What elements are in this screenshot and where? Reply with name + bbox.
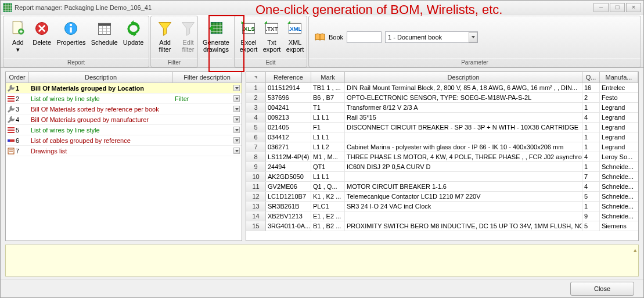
row-number[interactable]: 12	[246, 192, 266, 201]
row-number[interactable]: 1	[246, 83, 266, 92]
row-number[interactable]: 8	[246, 152, 266, 161]
schedule-icon	[95, 19, 114, 38]
cell-qty: 2	[582, 93, 600, 102]
grid-row[interactable]: 153RG4011-0A...B1 , B2 ...PROXIMITY SWIT…	[246, 221, 638, 231]
row-number[interactable]: 13	[246, 202, 266, 211]
cell-manufacturer: Schneide...	[600, 192, 638, 201]
grid-row[interactable]: 5021405F1DISCONNECT CIRCUIT BREAKER - SP…	[246, 123, 638, 132]
report-manager-window: Report manager: Packaging Line Demo_106_…	[0, 0, 644, 298]
row-number[interactable]: 2	[246, 93, 266, 102]
close-window-button[interactable]: ×	[626, 3, 641, 12]
properties-button[interactable]: Properties	[54, 17, 88, 57]
ribbon-group-edit: .XLS Excel export .TXT Txt export .XML X…	[234, 16, 307, 67]
book-combo[interactable]	[385, 31, 478, 43]
cell-manufacturer: Schneide...	[600, 162, 638, 171]
cell-manufacturer: Legrand	[600, 142, 638, 152]
grid-row[interactable]: 13SR3B261BPLC1SR3 24 I-O 24 VAC incl Clo…	[246, 202, 638, 211]
col-desc[interactable]: Description	[345, 72, 582, 82]
row-number[interactable]: 10	[246, 172, 266, 181]
grid-row[interactable]: 11GV2ME06Q1 , Q...MOTOR CIRCUIT BREAKER …	[246, 182, 638, 192]
txt-export-button[interactable]: .TXT Txt export	[260, 17, 283, 57]
row-number[interactable]: 7	[246, 142, 266, 152]
xml-export-button[interactable]: .XML XML export	[283, 17, 307, 57]
row-number[interactable]: 3	[246, 103, 266, 112]
grid-row[interactable]: 2537696B6 , B7OPTO-ELECTRONIC SENSOR, TY…	[246, 93, 638, 103]
grid-row[interactable]: 7036271L1 L2Cabinet Marina - polyester w…	[246, 142, 638, 152]
edit-filter-button[interactable]: Edit filter	[177, 17, 200, 57]
report-row-desc: List of wires by line style	[29, 95, 173, 102]
filter-dropdown-arrow[interactable]	[233, 116, 240, 123]
col-qty[interactable]: Q...	[582, 72, 600, 82]
schedule-button[interactable]: Schedule	[88, 17, 120, 57]
grid-row[interactable]: 8LS112M-4P(4)M1 , M...THREE PHASE LS MOT…	[246, 152, 638, 162]
app-icon	[3, 3, 12, 12]
report-list-row[interactable]: 3Bill Of Materials sorted by reference p…	[6, 104, 242, 114]
svg-rect-5	[70, 27, 73, 33]
cell-mark: B6 , B7	[311, 93, 345, 102]
filter-dropdown-arrow[interactable]	[233, 137, 240, 143]
col-description[interactable]: Description	[29, 72, 173, 82]
report-row-filter: Filter	[175, 95, 189, 102]
grid-selectall-corner[interactable]	[246, 72, 266, 82]
row-number[interactable]: 6	[246, 132, 266, 142]
row-number[interactable]: 15	[246, 221, 266, 231]
grid-row[interactable]: 6034412L1 L11Legrand	[246, 132, 638, 142]
generate-drawings-button[interactable]: Generate drawings	[202, 17, 230, 57]
col-manufacturer[interactable]: Manufa...	[600, 72, 638, 82]
svg-point-6	[70, 24, 72, 26]
report-list-row[interactable]: 5List of wires by line style	[6, 125, 242, 135]
grid-row[interactable]: 3004241T1Transformer 8/12 V 2/3 A1Legran…	[246, 103, 638, 113]
report-list-row[interactable]: 2List of wires by line styleFilter	[6, 94, 242, 104]
grid-row[interactable]: 4009213L1 L1Rail 35*154Legrand	[246, 113, 638, 123]
col-order[interactable]: Order	[6, 72, 29, 82]
cell-qty: 1	[582, 123, 600, 132]
book-search-input[interactable]	[347, 31, 382, 43]
xml-icon: .XML	[286, 19, 304, 38]
report-list-row[interactable]: 6List of cables grouped by reference	[6, 135, 242, 146]
cell-reference: GV2ME06	[266, 182, 311, 191]
excel-export-button[interactable]: .XLS Excel export	[237, 17, 260, 57]
grid-row[interactable]: 924494QT1IC60N DISJ 2P 0,5A CURV D1Schne…	[246, 162, 638, 172]
cell-description: PROXIMITY SWITCH BERO M8 INDUCTIVE, DC 1…	[345, 221, 582, 231]
row-number[interactable]: 11	[246, 182, 266, 191]
grid-row[interactable]: 10AK2GD5050L1 L17Schneide...	[246, 172, 638, 182]
cell-description: THREE PHASE LS MOTOR, 4 KW, 4 POLE, THRE…	[345, 152, 582, 161]
filter-dropdown-arrow[interactable]	[233, 95, 240, 102]
filter-dropdown-arrow[interactable]	[233, 127, 240, 133]
col-reference[interactable]: Reference	[266, 72, 311, 82]
col-mark[interactable]: Mark	[311, 72, 345, 82]
grid-row[interactable]: 14XB2BV1213E1 , E2 ...9Schneide...	[246, 211, 638, 221]
maximize-button[interactable]: □	[610, 3, 625, 12]
cell-manufacturer: Festo	[600, 93, 638, 102]
delete-button[interactable]: Delete	[30, 17, 53, 57]
status-scroll-up-icon[interactable]: ▴	[634, 246, 637, 254]
cell-reference: XB2BV1213	[266, 211, 311, 221]
cell-description: DIN Rail Mount Terminal Block, 2, 800 V,…	[345, 83, 582, 92]
row-number[interactable]: 5	[246, 123, 266, 132]
cell-description: DISCONNECT CIRCUIT BREAKER - SP 38 - 3P …	[345, 123, 582, 132]
grid-row[interactable]: 1011512914TB1 1 , ...DIN Rail Mount Term…	[246, 83, 638, 93]
filter-dropdown-arrow[interactable]	[233, 106, 240, 112]
report-list-row[interactable]: 1Bill Of Materials grouped by Location	[6, 83, 242, 94]
cell-manufacturer: Legrand	[600, 113, 638, 122]
cell-mark: Q1 , Q...	[311, 182, 345, 191]
add-button[interactable]: Add▾	[6, 17, 30, 57]
update-button[interactable]: Update	[120, 17, 146, 57]
close-button[interactable]: Close	[570, 282, 634, 296]
group-label-parameter: Parameter	[309, 58, 641, 67]
cell-reference: 009213	[266, 113, 311, 122]
book-combo-arrow[interactable]	[469, 32, 477, 42]
minimize-button[interactable]: –	[593, 3, 609, 12]
report-list-row[interactable]: 4Bill Of Materials grouped by manufactur…	[6, 114, 242, 125]
row-number[interactable]: 9	[246, 162, 266, 171]
row-number[interactable]: 14	[246, 211, 266, 221]
grid-row[interactable]: 12LC1D1210B7K1 , K2 ...Telemecanique Con…	[246, 192, 638, 202]
col-filter-desc[interactable]: Filter description	[173, 72, 242, 82]
filter-dropdown-arrow[interactable]	[233, 148, 240, 154]
cell-reference: 036271	[266, 142, 311, 152]
report-list-row[interactable]: 7Drawings list	[6, 146, 242, 156]
cell-mark: K1 , K2 ...	[311, 192, 345, 201]
filter-dropdown-arrow[interactable]	[233, 85, 240, 91]
row-number[interactable]: 4	[246, 113, 266, 122]
add-filter-button[interactable]: Add filter	[153, 17, 177, 57]
